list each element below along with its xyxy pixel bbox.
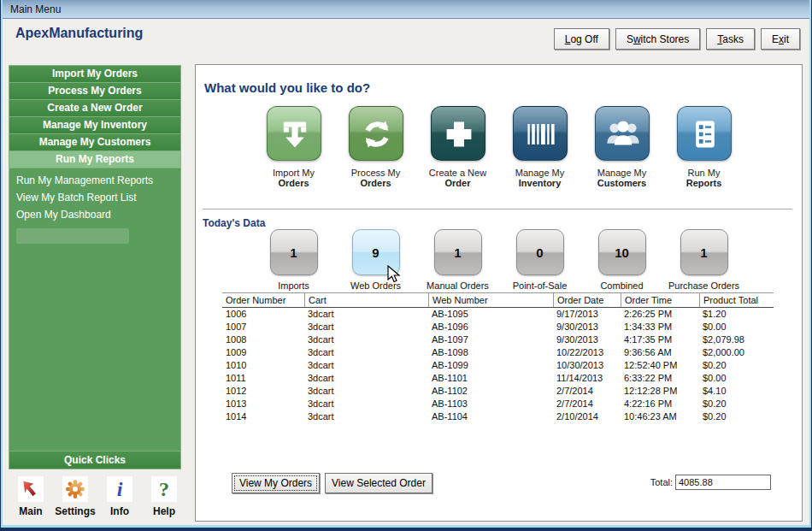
- switch-stores-label-post: itch Stores: [641, 33, 690, 45]
- sidebar-subitem-run-my-management-reports[interactable]: Run My Management Reports: [9, 172, 180, 189]
- table-cell: AB-1096: [428, 321, 553, 333]
- action-label-line1: Run My: [688, 168, 721, 178]
- sidebar-subitem-open-my-dashboard[interactable]: Open My Dashboard: [9, 206, 180, 223]
- info-icon: i: [117, 479, 123, 499]
- table-row[interactable]: 10093dcartAB-109810/22/20139:36:56 AM$2,…: [222, 346, 774, 359]
- footer-icon-bar: MainSettingsiInfo?Help: [9, 476, 186, 517]
- table-cell: 1009: [222, 346, 304, 359]
- customers-icon: [603, 114, 644, 155]
- count-tile-manual-orders[interactable]: 1Manual Orders: [417, 229, 499, 291]
- table-cell: 9/30/2013: [553, 321, 621, 333]
- sidebar-item-run-my-reports[interactable]: Run My Reports: [9, 151, 180, 168]
- table-row[interactable]: 10103dcartAB-109910/30/201312:52:40 PM$0…: [222, 359, 774, 372]
- main-button[interactable]: Main: [9, 476, 53, 517]
- sidebar-submenu: Run My Management ReportsView My Batch R…: [9, 172, 180, 223]
- table-row[interactable]: 10083dcartAB-10979/30/20134:17:35 PM$2,0…: [222, 333, 774, 346]
- table-header-row: Order NumberCartWeb NumberOrder DateOrde…: [222, 292, 774, 308]
- orders-table: Order NumberCartWeb NumberOrder DateOrde…: [222, 292, 774, 423]
- sidebar-item-manage-my-customers[interactable]: Manage My Customers: [9, 134, 180, 151]
- settings-button[interactable]: Settings: [53, 476, 97, 517]
- table-cell: 2/7/2014: [553, 385, 621, 398]
- count-label: Point-of-Sale: [513, 280, 568, 291]
- table-row[interactable]: 10123dcartAB-11022/7/201412:12:28 PM$4.1…: [222, 385, 774, 398]
- sidebar-item-process-my-orders[interactable]: Process My Orders: [9, 83, 180, 100]
- action-label-line2: Orders: [360, 178, 391, 188]
- table-row[interactable]: 10073dcartAB-10969/30/20131:34:33 PM$0.0…: [222, 321, 774, 333]
- action-button-row: Import MyOrdersProcess MyOrdersCreate a …: [196, 106, 802, 188]
- table-cell: 12:52:40 PM: [621, 359, 699, 372]
- table-row[interactable]: 10133dcartAB-11032/7/20144:22:16 PM$0.20: [222, 398, 774, 410]
- count-tile-point-of-sale[interactable]: 0Point-of-Sale: [499, 229, 581, 291]
- action-create-a-new-order[interactable]: Create a NewOrder: [417, 106, 499, 188]
- view-selected-order-button[interactable]: View Selected Order: [325, 473, 432, 493]
- table-cell: AB-1103: [428, 398, 553, 410]
- titlebar[interactable]: Main Menu: [3, 0, 809, 19]
- help-icon-tile: ?: [151, 476, 177, 502]
- count-tile-web-orders[interactable]: 9Web Orders: [335, 229, 417, 291]
- table-cell: 1006: [222, 308, 304, 321]
- total-input[interactable]: [675, 475, 771, 490]
- tasks-label-post: asks: [722, 33, 744, 45]
- count-tile-purchase-orders[interactable]: 1Purchase Orders: [663, 229, 745, 291]
- action-manage-my-inventory[interactable]: Manage MyInventory: [499, 106, 581, 188]
- table-cell: 3dcart: [304, 410, 428, 423]
- help-icon: ?: [159, 479, 169, 499]
- total-label: Total:: [632, 477, 673, 487]
- table-cell: 9/17/2013: [553, 308, 621, 321]
- action-manage-my-customers[interactable]: Manage MyCustomers: [581, 106, 663, 188]
- sidebar-item-import-my-orders[interactable]: Import My Orders: [9, 66, 180, 83]
- action-run-my-reports[interactable]: Run MyReports: [663, 106, 745, 188]
- table-cell: $0.00: [699, 372, 774, 385]
- import-icon: [274, 114, 315, 155]
- table-cell: 4:22:16 PM: [621, 398, 699, 410]
- table-cell: 11/14/2013: [553, 372, 621, 385]
- barcode-icon: [521, 114, 562, 155]
- sidebar: Import My OrdersProcess My OrdersCreate …: [9, 65, 181, 469]
- action-process-my-orders[interactable]: Process MyOrders: [335, 106, 417, 188]
- table-row[interactable]: 10113dcartAB-110111/14/20136:33:22 PM$0.…: [222, 372, 774, 385]
- count-tile-row: 1Imports9Web Orders1Manual Orders0Point-…: [196, 229, 802, 291]
- table-cell: $2,079.98: [699, 333, 774, 346]
- switch-stores-label-pre: S: [627, 33, 633, 45]
- sidebar-subitem-view-my-batch-report-list[interactable]: View My Batch Report List: [9, 189, 180, 206]
- main-panel: What would you like to do? Import MyOrde…: [195, 64, 803, 522]
- todays-data-heading: Today's Data: [203, 217, 265, 229]
- view-my-orders-button[interactable]: View My Orders: [232, 473, 320, 493]
- sidebar-item-create-a-new-order[interactable]: Create a New Order: [9, 100, 180, 117]
- exit-button[interactable]: Exit: [761, 28, 800, 50]
- table-cell: 3dcart: [304, 333, 428, 346]
- table-cell: AB-1098: [428, 346, 553, 359]
- table-cell: AB-1099: [428, 359, 553, 372]
- count-tile-combined[interactable]: 10Combined: [581, 229, 663, 291]
- count-tile-imports[interactable]: 1Imports: [253, 229, 335, 291]
- main-label: Main: [19, 505, 42, 517]
- table-cell: 9:36:56 AM: [621, 346, 699, 359]
- table-cell: 1010: [222, 359, 304, 372]
- table-cell: 10/22/2013: [553, 346, 621, 359]
- process-my-orders-tile: [349, 106, 403, 161]
- quick-clicks-header[interactable]: Quick Clicks: [9, 451, 180, 469]
- help-button[interactable]: ?Help: [142, 476, 186, 517]
- table-cell: 10:46:23 AM: [621, 410, 699, 423]
- table-row[interactable]: 10143dcartAB-11042/10/201410:46:23 AM$0.…: [222, 410, 774, 423]
- action-label-line1: Manage My: [515, 168, 564, 178]
- table-cell: 12:12:28 PM: [621, 385, 699, 398]
- plus-icon: [438, 114, 480, 155]
- info-button[interactable]: iInfo: [97, 476, 142, 517]
- tasks-button[interactable]: Tasks: [706, 28, 755, 50]
- table-cell: 1008: [222, 333, 304, 346]
- action-import-my-orders[interactable]: Import MyOrders: [253, 106, 335, 188]
- table-row[interactable]: 10063dcartAB-10959/17/20132:26:25 PM$1.2…: [222, 308, 774, 321]
- table-cell: 3dcart: [304, 385, 428, 398]
- manage-my-customers-tile: [595, 106, 650, 161]
- table-cell: 4:17:35 PM: [621, 333, 699, 346]
- log-off-button[interactable]: Log Off: [554, 28, 609, 50]
- create-a-new-order-tile: [431, 106, 485, 161]
- sidebar-item-manage-my-inventory[interactable]: Manage My Inventory: [9, 117, 180, 134]
- switch-stores-button[interactable]: Switch Stores: [615, 28, 700, 50]
- window-frame: Main Menu ApexManufacturing Log OffSwitc…: [0, 0, 812, 531]
- count-label: Manual Orders: [427, 280, 489, 291]
- top-button-bar: Log OffSwitch StoresTasksExit: [554, 28, 800, 50]
- action-label-line2: Reports: [686, 178, 722, 188]
- action-label-line2: Order: [445, 178, 471, 188]
